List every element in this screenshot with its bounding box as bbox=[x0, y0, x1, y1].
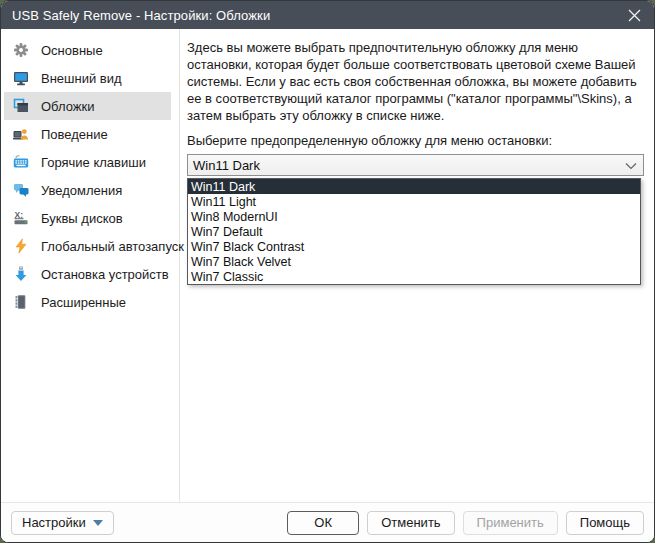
person-laptop-icon bbox=[13, 126, 29, 142]
close-icon bbox=[628, 9, 641, 22]
dropdown-option-win7-black-velvet[interactable]: Win7 Black Velvet bbox=[188, 254, 640, 269]
chat-bubbles-icon bbox=[13, 182, 29, 198]
sidebar-item-advanced[interactable]: Расширенные bbox=[4, 288, 171, 316]
svg-text:X:: X: bbox=[15, 210, 24, 220]
drive-letter-icon: X: bbox=[13, 210, 29, 226]
sidebar-item-label: Внешний вид bbox=[41, 71, 122, 86]
sidebar-item-label: Основные bbox=[41, 43, 103, 58]
dropdown-option-win11-dark[interactable]: Win11 Dark bbox=[188, 179, 640, 194]
chevron-down-icon bbox=[625, 158, 637, 173]
skin-combobox-value: Win11 Dark bbox=[193, 158, 260, 173]
title-bar: USB Safely Remove - Настройки: Обложки bbox=[1, 1, 654, 29]
sidebar-item-hotkeys[interactable]: Горячие клавиши bbox=[4, 148, 171, 176]
sidebar-item-skins[interactable]: Обложки bbox=[4, 92, 171, 120]
help-button[interactable]: Помощь bbox=[566, 511, 644, 535]
skin-select-label: Выберите предопределенную обложку для ме… bbox=[187, 133, 644, 148]
dropdown-option-win7-default[interactable]: Win7 Default bbox=[188, 224, 640, 239]
sidebar-item-general[interactable]: Основные bbox=[4, 36, 171, 64]
dropdown-option-win7-black-contrast[interactable]: Win7 Black Contrast bbox=[188, 239, 640, 254]
monitor-icon bbox=[13, 70, 29, 86]
skin-dropdown-list: Win11 Dark Win11 Light Win8 ModernUI Win… bbox=[187, 178, 641, 285]
settings-menu-button[interactable]: Настройки bbox=[11, 511, 114, 535]
chip-icon bbox=[13, 294, 29, 310]
sidebar-item-stop-devices[interactable]: Остановка устройств bbox=[4, 260, 171, 288]
window-title: USB Safely Remove - Настройки: Обложки bbox=[12, 8, 270, 23]
keyboard-icon bbox=[13, 154, 29, 170]
cancel-button[interactable]: Отменить bbox=[367, 511, 454, 535]
close-button[interactable] bbox=[614, 1, 654, 29]
dropdown-option-win8-modernui[interactable]: Win8 ModernUI bbox=[188, 209, 640, 224]
sidebar-item-label: Остановка устройств bbox=[41, 267, 169, 282]
sidebar-item-global-autorun[interactable]: Глобальный автозапуск bbox=[4, 232, 171, 260]
apply-button[interactable]: Применить bbox=[463, 511, 558, 535]
settings-menu-label: Настройки bbox=[22, 515, 86, 530]
settings-sidebar: Основные Внешний вид Обложки Поведение bbox=[1, 29, 180, 502]
sidebar-item-label: Обложки bbox=[41, 99, 94, 114]
footer-button-group: ОК Отменить Применить Помощь bbox=[287, 511, 644, 535]
sidebar-item-label: Горячие клавиши bbox=[41, 155, 146, 170]
gear-icon bbox=[13, 42, 29, 58]
skins-window-icon bbox=[13, 98, 29, 114]
sidebar-item-notifications[interactable]: Уведомления bbox=[4, 176, 171, 204]
sidebar-item-behavior[interactable]: Поведение bbox=[4, 120, 171, 148]
sidebar-item-label: Буквы дисков bbox=[41, 211, 123, 226]
dialog-footer: Настройки ОК Отменить Применить Помощь bbox=[1, 502, 654, 542]
dropdown-triangle-icon bbox=[93, 520, 103, 526]
lightning-icon bbox=[13, 238, 29, 254]
dropdown-option-win7-classic[interactable]: Win7 Classic bbox=[188, 269, 640, 284]
skin-combobox[interactable]: Win11 Dark bbox=[187, 154, 644, 176]
dialog-body: Основные Внешний вид Обложки Поведение bbox=[1, 29, 654, 502]
sidebar-item-appearance[interactable]: Внешний вид bbox=[4, 64, 171, 92]
skins-description: Здесь вы можете выбрать предпочтительную… bbox=[187, 39, 644, 124]
sidebar-item-label: Расширенные bbox=[41, 295, 126, 310]
ok-button[interactable]: ОК bbox=[287, 511, 359, 535]
sidebar-item-drive-letters[interactable]: X: Буквы дисков bbox=[4, 204, 171, 232]
sidebar-item-label: Поведение bbox=[41, 127, 108, 142]
sidebar-item-label: Уведомления bbox=[41, 183, 122, 198]
stop-device-arrow-icon bbox=[13, 266, 29, 282]
sidebar-item-label: Глобальный автозапуск bbox=[41, 239, 184, 254]
dropdown-option-win11-light[interactable]: Win11 Light bbox=[188, 194, 640, 209]
settings-dialog: USB Safely Remove - Настройки: Обложки О… bbox=[0, 0, 655, 543]
skins-settings-panel: Здесь вы можете выбрать предпочтительную… bbox=[180, 29, 654, 502]
